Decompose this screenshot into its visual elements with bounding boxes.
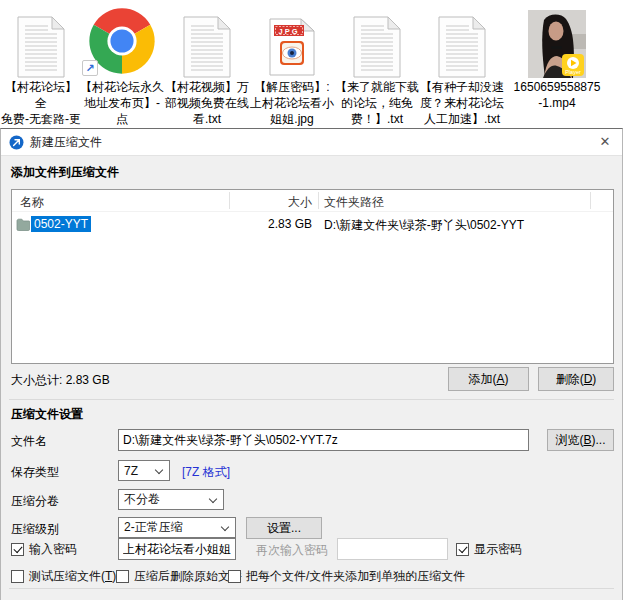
column-divider[interactable] — [318, 192, 319, 209]
file-path: D:\新建文件夹\绿茶-野丫头\0502-YYT — [324, 217, 524, 234]
player-badge-text: Player — [565, 69, 581, 75]
chrome-icon: ↗ — [80, 0, 164, 78]
add-button[interactable]: 添加(A) — [448, 367, 529, 391]
screen: 【村花论坛】全 免费-无套路-更 新快.txt ↗ 【村花论坛永久 地址发布页】… — [0, 0, 623, 600]
dialog-titlebar: 新建压缩文件 ✕ — [1, 129, 622, 156]
show-password-checkbox[interactable] — [456, 543, 469, 556]
password-input[interactable] — [118, 538, 236, 560]
enter-password-label: 输入密码 — [29, 541, 77, 558]
archive-type-select[interactable]: 7Z — [118, 460, 170, 481]
new-archive-dialog: 新建压缩文件 ✕ 添加文件到压缩文件 名称 大小 文件夹路径 — [0, 128, 623, 600]
shortcut-arrow-icon: ↗ — [82, 60, 98, 76]
close-icon[interactable]: ✕ — [596, 133, 614, 151]
column-divider[interactable] — [590, 192, 591, 209]
section-archive-settings-label: 压缩文件设置 — [11, 406, 83, 423]
table-row[interactable]: 0502-YYT 2.83 GB D:\新建文件夹\绿茶-野丫头\0502-YY… — [12, 214, 613, 236]
filename-label: 文件名 — [11, 433, 47, 450]
desktop: 【村花论坛】全 免费-无套路-更 新快.txt ↗ 【村花论坛永久 地址发布页】… — [0, 0, 623, 128]
player-badge-icon: Player — [562, 54, 584, 76]
volume-split-select[interactable]: 不分卷 — [118, 489, 224, 510]
compression-level-select[interactable]: 2-正常压缩 — [118, 517, 236, 538]
icon-label: 【解压密码】: 上村花论坛看小 姐姐.jpg — [250, 79, 334, 127]
filename-input[interactable] — [118, 429, 529, 451]
settings-button[interactable]: 设置... — [246, 517, 322, 539]
compression-level-label: 压缩级别 — [11, 521, 59, 538]
delete-after-checkbox[interactable] — [116, 570, 129, 583]
icon-label: 1650659558875 -1.mp4 — [505, 79, 609, 111]
dialog-title: 新建压缩文件 — [30, 134, 102, 151]
browse-button[interactable]: 浏览(B)... — [547, 429, 614, 451]
chevron-down-icon — [221, 523, 229, 531]
enter-password-checkbox[interactable] — [11, 543, 24, 556]
delete-after-label: 压缩后删除原始文件 — [134, 568, 242, 585]
selected-file-name[interactable]: 0502-YYT — [31, 216, 91, 232]
section-divider — [9, 399, 614, 400]
text-file-icon — [335, 0, 419, 78]
desktop-icon-chrome-shortcut[interactable]: ↗ 【村花论坛永久 地址发布页】-点 此打开 — [80, 0, 164, 128]
column-divider[interactable] — [229, 192, 230, 209]
file-size: 2.83 GB — [234, 217, 312, 231]
text-file-icon — [0, 0, 82, 78]
icon-label: 【有种子却没速 度？来村花论坛 人工加速】.txt — [420, 79, 504, 127]
file-table: 名称 大小 文件夹路径 0502-YYT 2.83 GB D:\新建文件 — [11, 189, 614, 364]
test-archive-label: 测试压缩文件(T) — [29, 568, 116, 585]
format-link[interactable]: [7Z 格式] — [182, 464, 230, 481]
desktop-icon-txt-4[interactable]: 【有种子却没速 度？来村花论坛 人工加速】.txt — [420, 0, 504, 128]
bottom-divider — [9, 588, 614, 589]
total-size-label: 大小总计: 2.83 GB — [11, 372, 110, 389]
test-archive-checkbox[interactable] — [11, 570, 24, 583]
desktop-icon-jpg[interactable]: JPG 【解压密码】: 上村花论坛看小 姐姐.jpg — [250, 0, 334, 128]
desktop-icon-txt-1[interactable]: 【村花论坛】全 免费-无套路-更 新快.txt — [0, 0, 82, 128]
desktop-icon-txt-3[interactable]: 【来了就能下载 的论坛，纯免 费！】.txt — [335, 0, 419, 128]
text-file-icon — [165, 0, 249, 78]
save-type-label: 保存类型 — [11, 464, 59, 481]
show-password-label: 显示密码 — [474, 541, 522, 558]
text-file-icon — [420, 0, 504, 78]
folder-icon — [16, 218, 30, 234]
separate-archives-label: 把每个文件/文件夹添加到单独的压缩文件 — [246, 568, 465, 585]
separate-archives-checkbox[interactable] — [228, 570, 241, 583]
reenter-password-label: 再次输入密码 — [256, 542, 328, 559]
chevron-down-icon — [209, 495, 217, 503]
volume-split-label: 压缩分卷 — [11, 493, 59, 510]
new-archive-icon — [9, 135, 24, 150]
delete-after-option: 压缩后删除原始文件 — [116, 568, 242, 585]
test-archive-option: 测试压缩文件(T) — [11, 568, 116, 585]
icon-label: 【来了就能下载 的论坛，纯免 费！】.txt — [335, 79, 419, 127]
reenter-password-input[interactable] — [337, 538, 448, 560]
delete-button[interactable]: 删除(D) — [538, 367, 614, 391]
desktop-icon-video[interactable]: Player 1650659558875 -1.mp4 — [505, 0, 609, 128]
jpg-badge-text: JPG — [278, 27, 299, 36]
desktop-icon-txt-2[interactable]: 【村花视频】万 部视频免费在线 看.txt — [165, 0, 249, 128]
show-password-option: 显示密码 — [456, 541, 522, 558]
jpg-image-icon: JPG — [250, 0, 334, 78]
enter-password-option: 输入密码 — [11, 541, 77, 558]
section-add-files-label: 添加文件到压缩文件 — [11, 164, 119, 181]
column-header-size[interactable]: 大小 — [234, 194, 312, 211]
column-header-path[interactable]: 文件夹路径 — [324, 194, 384, 211]
table-header: 名称 大小 文件夹路径 — [12, 190, 613, 212]
video-thumbnail: Player — [505, 0, 609, 78]
column-header-name[interactable]: 名称 — [20, 194, 44, 211]
icon-label: 【村花视频】万 部视频免费在线 看.txt — [165, 79, 249, 127]
chevron-down-icon — [155, 466, 163, 474]
dialog-body: 添加文件到压缩文件 名称 大小 文件夹路径 0502-YY — [1, 156, 622, 600]
separate-archives-option: 把每个文件/文件夹添加到单独的压缩文件 — [228, 568, 465, 585]
